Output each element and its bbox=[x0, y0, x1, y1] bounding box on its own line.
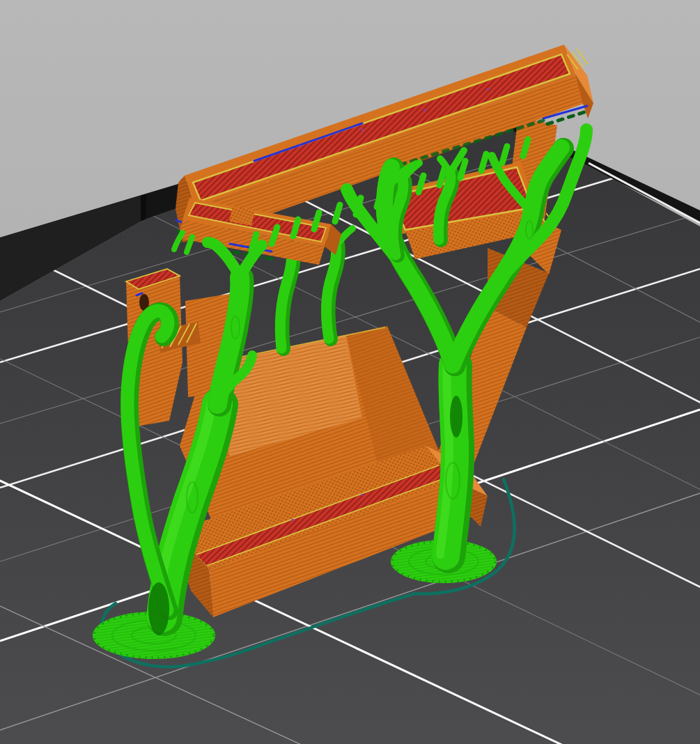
gap-fill-speck bbox=[291, 518, 293, 520]
slicer-3d-viewport[interactable] bbox=[0, 0, 700, 744]
gap-fill-speck bbox=[361, 129, 364, 131]
trunk-knot bbox=[450, 396, 462, 437]
gap-fill-speck bbox=[361, 493, 363, 495]
gap-fill-speck bbox=[487, 88, 489, 91]
gap-fill-speck bbox=[299, 146, 301, 148]
trunk-knot bbox=[148, 582, 169, 635]
plate-rim-crease bbox=[141, 194, 146, 222]
gap-fill-speck bbox=[424, 109, 426, 111]
